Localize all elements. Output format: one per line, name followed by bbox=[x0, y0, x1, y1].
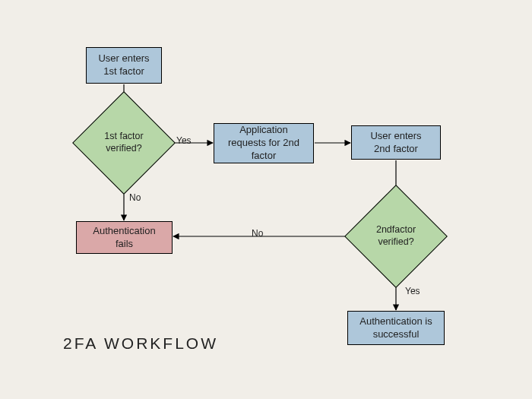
node-enter-first-factor: User enters1st factor bbox=[86, 47, 162, 84]
node-request-second-factor: Applicationrequests for 2ndfactor bbox=[214, 123, 314, 163]
node-label: 1st factorverified? bbox=[104, 131, 143, 154]
node-label: Authentication issuccessful bbox=[359, 315, 432, 341]
node-first-factor-verified: 1st factorverified? bbox=[87, 106, 160, 179]
node-label: User enters2nd factor bbox=[370, 130, 421, 156]
node-authentication-success: Authentication issuccessful bbox=[347, 311, 445, 345]
node-enter-second-factor: User enters2nd factor bbox=[351, 125, 441, 160]
node-label: 2ndfactorverified? bbox=[376, 224, 416, 248]
node-second-factor-verified: 2ndfactorverified? bbox=[359, 200, 432, 273]
node-authentication-fails: Authenticationfails bbox=[76, 221, 173, 254]
node-label: Authenticationfails bbox=[93, 225, 155, 251]
edge-label-v1-yes: Yes bbox=[176, 135, 192, 146]
diagram-title: 2FA WORKFLOW bbox=[63, 334, 218, 353]
node-label: User enters1st factor bbox=[98, 52, 149, 78]
edge-label-v2-yes: Yes bbox=[405, 286, 420, 296]
edge-label-v2-no: No bbox=[252, 228, 263, 239]
node-label: Applicationrequests for 2ndfactor bbox=[228, 124, 299, 163]
edge-label-v1-no: No bbox=[129, 192, 141, 203]
